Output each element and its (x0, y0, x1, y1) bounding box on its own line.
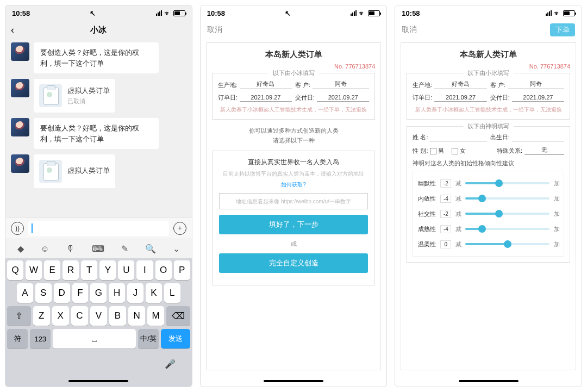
trait-row: 内敛性-4减加 (416, 191, 560, 206)
disclaimer: 新人类基于小冰框架人工智能技术生成，一经下单，无法退换 (218, 106, 370, 114)
trait-name: 社交性 (416, 210, 437, 218)
key-Q[interactable]: Q (7, 260, 23, 280)
url-input[interactable]: 地址信息看起来像 https://weibo.com/u/一串数字 (219, 193, 369, 209)
plus-button[interactable]: 加 (553, 240, 560, 248)
sex-female-checkbox[interactable]: 女 (452, 147, 466, 155)
field-label: 特殊关系: (497, 147, 522, 155)
home-indicator[interactable] (201, 376, 387, 387)
plus-button[interactable]: 加 (553, 179, 560, 188)
minus-button[interactable]: 减 (454, 195, 462, 203)
relation-value[interactable]: 无 (524, 146, 564, 155)
back-icon[interactable]: ‹ (11, 24, 14, 36)
chat-message: 要创造人类？好吧，这是你的权利，填一下这个订单 (11, 118, 186, 149)
key-V[interactable]: V (90, 306, 107, 326)
trait-slider[interactable] (465, 228, 549, 230)
key-I[interactable]: I (136, 260, 153, 280)
key-C[interactable]: C (71, 306, 88, 326)
key-numbers[interactable]: 123 (30, 329, 51, 349)
trait-slider[interactable] (465, 182, 549, 184)
next-button[interactable]: 填好了，下一步 (219, 215, 369, 234)
kb-icon[interactable]: ⌨ (92, 244, 104, 254)
wifi-icon: ᯤ (359, 9, 366, 17)
key-space[interactable]: ⎵ (53, 329, 136, 349)
key-G[interactable]: G (90, 283, 107, 303)
keyboard: QWERTYUIOP ASDFGHJKL ⇧ZXCVBNM⌫ 符 123 ⎵ 中… (5, 258, 192, 352)
mic-icon[interactable]: 🎙 (66, 244, 75, 254)
key-lang[interactable]: 中/英 (138, 329, 159, 349)
cancel-button[interactable]: 取消 (402, 25, 417, 35)
order-card[interactable]: 虚拟人类订单 已取消 (34, 79, 115, 113)
key-⇧[interactable]: ⇧ (7, 306, 31, 326)
key-W[interactable]: W (26, 260, 42, 280)
key-send[interactable]: 发送 (161, 329, 190, 349)
handwrite-icon[interactable]: ✎ (121, 244, 128, 254)
plus-icon[interactable]: ＋ (173, 222, 186, 235)
mic-icon[interactable]: 🎤 (165, 359, 176, 369)
avatar[interactable] (11, 118, 29, 136)
key-D[interactable]: D (54, 283, 70, 303)
field-value: 好奇岛 (240, 80, 292, 89)
minus-button[interactable]: 减 (454, 210, 462, 218)
submit-order-button[interactable]: 下单 (550, 23, 575, 36)
key-S[interactable]: S (35, 283, 52, 303)
key-B[interactable]: B (109, 306, 126, 326)
key-U[interactable]: U (118, 260, 134, 280)
key-J[interactable]: J (127, 283, 143, 303)
avatar[interactable] (11, 42, 29, 61)
key-F[interactable]: F (72, 283, 89, 303)
plus-button[interactable]: 加 (553, 210, 560, 218)
key-symbol[interactable]: 符 (7, 329, 28, 349)
name-input[interactable] (430, 134, 486, 141)
cancel-button[interactable]: 取消 (207, 25, 222, 35)
disclaimer: 新人类基于小冰框架人工智能技术生成，一经下单，无法退换 (413, 106, 564, 114)
status-bar: 10:58 ↖ ᯤ (5, 5, 192, 21)
key-N[interactable]: N (128, 306, 145, 326)
key-R[interactable]: R (63, 260, 79, 280)
voice-icon[interactable]: )) (11, 222, 24, 235)
key-E[interactable]: E (44, 260, 60, 280)
key-P[interactable]: P (174, 260, 190, 280)
field-value: 2021.09.27 (317, 94, 369, 102)
key-K[interactable]: K (146, 283, 162, 303)
trait-name: 幽默性 (416, 179, 437, 188)
order-card[interactable]: 虚拟人类订单 (34, 154, 115, 188)
plus-button[interactable]: 加 (553, 195, 560, 203)
search-icon[interactable]: 🔍 (145, 244, 156, 254)
chat-input[interactable] (28, 221, 169, 236)
kb-logo-icon[interactable]: ◆ (17, 244, 24, 254)
chat-area[interactable]: 要创造人类？好吧，这是你的权利，填一下这个订单 虚拟人类订单 已取消 要创造人类… (5, 39, 192, 217)
field-value: 2021.09.27 (512, 94, 564, 102)
phone-form-traits: 10:58 ᯤ 取消 下单 本岛新人类订单 No. 776713874 以下由小… (395, 5, 582, 387)
key-O[interactable]: O (155, 260, 172, 280)
home-indicator[interactable] (5, 376, 192, 387)
minus-button[interactable]: 减 (454, 225, 462, 233)
minus-button[interactable]: 减 (454, 179, 462, 188)
custom-button[interactable]: 完全自定义创造 (219, 253, 369, 273)
import-help-link[interactable]: 如何获取? (219, 181, 369, 189)
battery-icon (368, 10, 380, 16)
chevron-down-icon[interactable]: ⌄ (173, 244, 180, 254)
avatar[interactable] (11, 154, 29, 173)
key-⌫[interactable]: ⌫ (166, 306, 190, 326)
key-A[interactable]: A (17, 283, 33, 303)
key-Z[interactable]: Z (33, 306, 50, 326)
trait-slider[interactable] (465, 243, 549, 245)
signal-icon (156, 10, 162, 16)
status-bar: 10:58↖ ᯤ (201, 5, 387, 21)
sex-male-checkbox[interactable]: 男 (430, 147, 444, 155)
birth-input[interactable] (512, 134, 564, 141)
plus-button[interactable]: 加 (553, 225, 560, 233)
minus-button[interactable]: 减 (454, 240, 462, 248)
trait-name: 内敛性 (416, 195, 437, 203)
trait-slider[interactable] (465, 213, 549, 215)
key-H[interactable]: H (109, 283, 125, 303)
key-L[interactable]: L (164, 283, 180, 303)
trait-slider[interactable] (465, 197, 549, 200)
emoji-icon[interactable]: ☺ (41, 244, 49, 254)
home-indicator[interactable] (395, 376, 582, 387)
avatar[interactable] (11, 79, 29, 97)
key-X[interactable]: X (52, 306, 69, 326)
key-Y[interactable]: Y (99, 260, 116, 280)
key-T[interactable]: T (81, 260, 97, 280)
key-M[interactable]: M (147, 306, 164, 326)
